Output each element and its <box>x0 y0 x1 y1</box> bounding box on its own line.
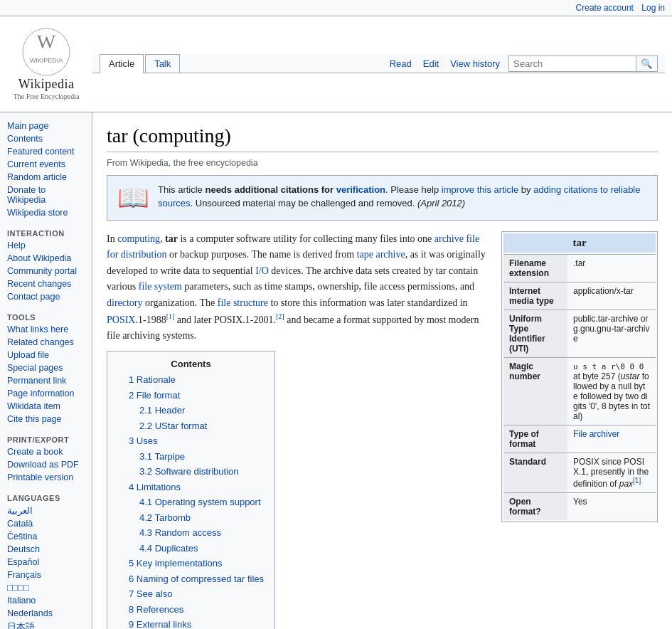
sidebar-item-random[interactable]: Random article <box>7 172 85 182</box>
toc-item-8: 8 References <box>129 603 264 617</box>
sidebar-item-wikidata[interactable]: Wikidata item <box>7 401 85 411</box>
toc-link-os-support[interactable]: 4.1 Operating system support <box>139 497 261 507</box>
archive-file-link[interactable]: archive file for distribution <box>107 233 479 260</box>
sidebar-lang-catala[interactable]: Català <box>7 519 85 529</box>
toc-link-header[interactable]: 2.1 Header <box>139 405 185 416</box>
sidebar-item-page-info[interactable]: Page information <box>7 388 85 398</box>
search-button[interactable]: 🔍 <box>636 56 658 72</box>
posix-link[interactable]: POSIX <box>107 314 135 325</box>
warning-box: 📖 This article needs additional citation… <box>107 175 658 221</box>
sidebar-item-contact[interactable]: Contact page <box>7 292 85 302</box>
toc-link-see-also[interactable]: 7 See also <box>129 588 172 599</box>
toc-link-tarbomb[interactable]: 4.2 Tarbomb <box>139 512 191 523</box>
search-icon: 🔍 <box>641 58 653 69</box>
sidebar-item-cite[interactable]: Cite this page <box>7 414 85 424</box>
file-structure-link[interactable]: file structure <box>218 297 268 308</box>
toc-link-key-impl[interactable]: 5 Key implementations <box>129 558 223 569</box>
sidebar-lang-french[interactable]: Français <box>7 570 85 580</box>
log-in-link[interactable]: Log in <box>641 3 665 13</box>
sidebar-item-permanent[interactable]: Permanent link <box>7 376 85 386</box>
toc-link-references[interactable]: 8 References <box>129 604 183 615</box>
toc-link-uses[interactable]: 3 Uses <box>129 435 157 446</box>
warning-icon: 📖 <box>117 183 149 213</box>
infobox-row-magic: Magic number u s t a r\0 0 0 at byte 257… <box>503 357 656 425</box>
logo-text: Wikipedia The Free Encyclopedia <box>7 77 85 101</box>
toc-link-rationale[interactable]: 1 Rationale <box>129 374 176 385</box>
infobox-label-magic: Magic number <box>503 358 567 425</box>
toc-link-duplicates[interactable]: 4.4 Duplicates <box>139 543 198 554</box>
page-subtitle: From Wikipedia, the free encyclopedia <box>107 158 658 168</box>
tab-article[interactable]: Article <box>100 54 144 73</box>
infobox-label-filename: Filename extension <box>503 255 567 282</box>
toc-link-limitations[interactable]: 4 Limitations <box>129 482 181 492</box>
toc-item-7: 7 See also <box>129 587 264 601</box>
create-account-link[interactable]: Create account <box>576 3 634 13</box>
sidebar-item-contents[interactable]: Contents <box>7 134 85 144</box>
top-bar: Create account Log in <box>0 0 672 16</box>
directory-link[interactable]: directory <box>107 297 143 308</box>
sidebar-item-help[interactable]: Help <box>7 240 85 250</box>
infobox-label-open: Open format? <box>503 493 567 520</box>
sidebar-lang-japanese[interactable]: 日本語 <box>7 621 85 629</box>
main-wrap: Main page Contents Featured content Curr… <box>0 112 672 629</box>
toc-link-software-dist[interactable]: 3.2 Software distribution <box>139 466 238 477</box>
file-archiver-link[interactable]: File archiver <box>573 429 619 439</box>
sidebar-lang-dutch[interactable]: Nederlands <box>7 608 85 618</box>
sidebar-item-create-book[interactable]: Create a book <box>7 447 85 457</box>
toc-link-tarpipe[interactable]: 3.1 Tarpipe <box>139 451 185 462</box>
sidebar-item-download-pdf[interactable]: Download as PDF <box>7 460 85 470</box>
sidebar-item-featured[interactable]: Featured content <box>7 147 85 157</box>
search-input[interactable] <box>508 56 636 72</box>
toc-item-2-2: 2.2 UStar format <box>139 419 264 433</box>
sidebar: Main page Contents Featured content Curr… <box>0 112 92 629</box>
sidebar-lang-box[interactable]: □□□□ <box>7 583 85 593</box>
page-title: tar (computing) <box>107 123 658 152</box>
tape-archive-link[interactable]: tape archive <box>357 249 405 260</box>
sidebar-item-upload[interactable]: Upload file <box>7 350 85 360</box>
tabs-left: Article Talk <box>100 54 181 73</box>
toc-item-4-4: 4.4 Duplicates <box>139 541 264 556</box>
sidebar-item-printable[interactable]: Printable version <box>7 472 85 482</box>
ref-1[interactable]: [1] <box>633 477 641 485</box>
tabs-right: Read Edit View history 🔍 <box>387 55 658 73</box>
sidebar-lang-czech[interactable]: Čeština <box>7 532 85 541</box>
sidebar-item-about[interactable]: About Wikipedia <box>7 253 85 263</box>
sidebar-lang-italian[interactable]: Italiano <box>7 596 85 606</box>
sidebar-item-donate[interactable]: Donate to Wikipedia <box>7 185 85 205</box>
svg-text:WIKIPEDIA: WIKIPEDIA <box>30 57 63 64</box>
ref-2[interactable]: [2] <box>276 312 284 320</box>
sidebar-item-special[interactable]: Special pages <box>7 363 85 373</box>
toc-link-external[interactable]: 9 External links <box>129 619 191 629</box>
io-link[interactable]: I/O <box>255 265 269 276</box>
computing-link[interactable]: computing <box>117 233 160 244</box>
sidebar-item-related-changes[interactable]: Related changes <box>7 337 85 347</box>
sidebar-lang-arabic[interactable]: العربية <box>7 505 85 516</box>
toc-link-file-format[interactable]: 2 File format <box>129 390 180 401</box>
toc-item-2: 2 File format 2.1 Header 2.2 UStar forma… <box>129 388 264 433</box>
sidebar-nav-section: Main page Contents Featured content Curr… <box>0 120 92 219</box>
sidebar-item-current-events[interactable]: Current events <box>7 159 85 169</box>
read-link[interactable]: Read <box>387 55 415 73</box>
infobox-label-uti: Uniform Type Identifier (UTI) <box>503 310 567 357</box>
content-area: tar (computing) From Wikipedia, the free… <box>92 112 672 629</box>
improve-article-link[interactable]: improve this article <box>442 184 518 195</box>
toc-link-ustar[interactable]: 2.2 UStar format <box>139 421 207 431</box>
toc-item-2-1: 2.1 Header <box>139 403 264 418</box>
sidebar-item-what-links[interactable]: What links here <box>7 324 85 334</box>
sidebar-item-store[interactable]: Wikipedia store <box>7 208 85 218</box>
toc-link-naming[interactable]: 6 Naming of compressed tar files <box>129 574 264 584</box>
verification-link[interactable]: verification <box>336 184 385 195</box>
sidebar-lang-german[interactable]: Deutsch <box>7 544 85 554</box>
infobox-title: tar <box>503 233 656 253</box>
toc-link-random-access[interactable]: 4.3 Random access <box>139 527 221 538</box>
edit-link[interactable]: Edit <box>420 55 442 73</box>
toc-title: Contents <box>118 359 264 369</box>
file-system-link[interactable]: file system <box>139 281 182 292</box>
view-history-link[interactable]: View history <box>447 55 503 73</box>
sidebar-item-main-page[interactable]: Main page <box>7 121 85 131</box>
tab-talk[interactable]: Talk <box>145 54 180 73</box>
sidebar-lang-spanish[interactable]: Español <box>7 557 85 567</box>
sidebar-item-community[interactable]: Community portal <box>7 266 85 276</box>
sidebar-item-recent[interactable]: Recent changes <box>7 279 85 289</box>
ref-1b[interactable]: [1] <box>166 312 175 320</box>
